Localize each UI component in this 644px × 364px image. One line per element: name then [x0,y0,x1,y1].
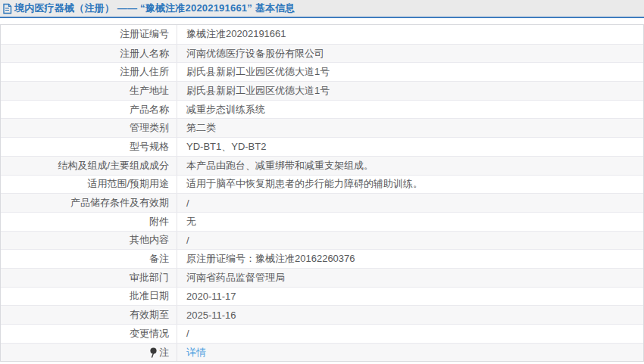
row-label: 注册人名称 [1,45,177,63]
spacer [0,18,644,24]
row-label: 变更情况 [1,325,177,343]
row-label: 结构及组成/主要组成成分 [1,157,177,175]
pin-icon [149,347,158,358]
table-row: 结构及组成/主要组成成分 本产品由跑台、减重绑带和减重支架组成。 [1,156,643,175]
row-label: 产品储存条件及有效期 [1,194,177,212]
table-row: 附件 无 [1,212,643,231]
row-value: 本产品由跑台、减重绑带和减重支架组成。 [177,157,643,175]
row-value: 第二类 [177,119,643,137]
row-label: 生产地址 [1,82,177,100]
table-row: 管理类别 第二类 [1,118,643,137]
row-value: 适用于脑卒中恢复期患者的步行能力障碍的辅助训练。 [177,176,643,194]
page-title: 境内医疗器械（注册） —— “豫械注准20202191661” 基本信息 [14,2,295,15]
row-label: 有效期至 [1,306,177,324]
row-label: 附件 [1,213,177,231]
row-value: / [177,325,643,343]
row-label: 注册证编号 [1,25,177,44]
table-row: 产品储存条件及有效期 / [1,193,643,212]
document-icon [2,3,12,14]
row-label: 备注 [1,250,177,268]
table-row: 型号规格 YD-BT1、YD-BT2 [1,137,643,156]
row-value: 2020-11-17 [177,288,643,306]
table-row: 备注 原注册证编号：豫械注准20162260376 [1,249,643,268]
row-value: / [177,232,643,250]
row-value: 河南优德医疗设备股份有限公司 [177,45,643,63]
row-value: 河南省药品监督管理局 [177,269,643,287]
row-value: 尉氏县新尉工业园区优德大道1号 [177,63,643,81]
table-row-note: 注 详情 [1,343,643,362]
table-row: 有效期至 2025-11-16 [1,305,643,324]
note-label-text: 注 [159,346,169,359]
row-label: 其他内容 [1,232,177,250]
detail-link[interactable]: 详情 [186,346,206,359]
row-label: 批准日期 [1,288,177,306]
row-label: 注册人住所 [1,63,177,81]
table-row: 批准日期 2020-11-17 [1,287,643,306]
table-row: 审批部门 河南省药品监督管理局 [1,268,643,287]
row-value: YD-BT1、YD-BT2 [177,138,643,156]
row-value: 尉氏县新尉工业园区优德大道1号 [177,82,643,100]
row-value: / [177,194,643,212]
table-row: 其他内容 / [1,231,643,250]
table-row: 适用范围/预期用途 适用于脑卒中恢复期患者的步行能力障碍的辅助训练。 [1,175,643,194]
row-value: 减重步态训练系统 [177,101,643,119]
table-row: 注册人名称 河南优德医疗设备股份有限公司 [1,44,643,63]
row-value: 原注册证编号：豫械注准20162260376 [177,250,643,268]
row-label: 管理类别 [1,119,177,137]
row-label: 型号规格 [1,138,177,156]
row-label: 审批部门 [1,269,177,287]
table-row: 生产地址 尉氏县新尉工业园区优德大道1号 [1,81,643,100]
info-table: 注册证编号 豫械注准20202191661 注册人名称 河南优德医疗设备股份有限… [0,24,644,362]
row-value: 豫械注准20202191661 [177,25,643,44]
table-row: 变更情况 / [1,324,643,343]
title-bar: 境内医疗器械（注册） —— “豫械注准20202191661” 基本信息 [0,0,644,18]
row-value: 2025-11-16 [177,306,643,324]
row-label-note: 注 [1,344,177,362]
row-value-note: 详情 [177,344,643,362]
table-row: 产品名称 减重步态训练系统 [1,100,643,119]
row-label: 适用范围/预期用途 [1,176,177,194]
row-value: 无 [177,213,643,231]
row-label: 产品名称 [1,101,177,119]
table-row: 注册证编号 豫械注准20202191661 [1,25,643,44]
table-row: 注册人住所 尉氏县新尉工业园区优德大道1号 [1,62,643,81]
